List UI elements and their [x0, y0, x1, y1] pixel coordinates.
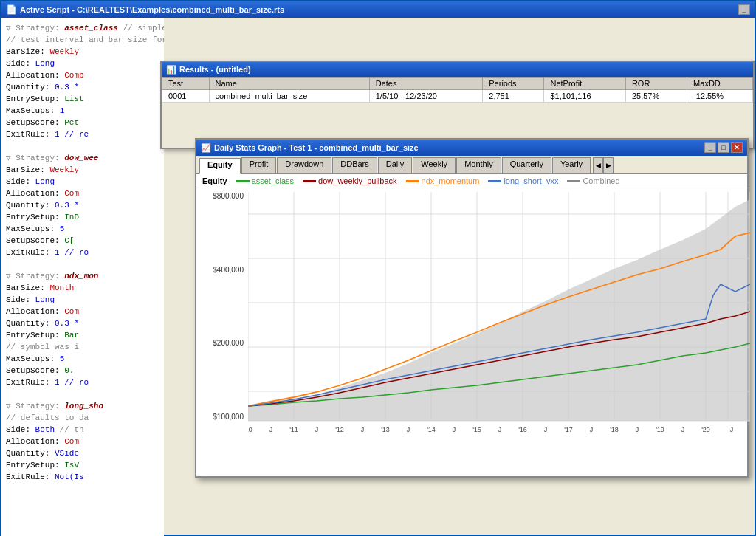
col-name: Name: [209, 78, 369, 90]
code-line: MaxSetups: 1: [6, 105, 159, 117]
code-line: ▽ Strategy: ndx_mon: [6, 270, 159, 282]
svg-text:J: J: [636, 426, 639, 433]
legend-name-long-short: long_short_vxx: [504, 176, 558, 185]
svg-text:'13: '13: [381, 426, 390, 433]
tab-quarterly[interactable]: Quarterly: [502, 157, 551, 173]
code-line: Side: Long: [6, 176, 159, 188]
legend-ndx: ndx_momentum: [406, 176, 480, 185]
legend-long-short: long_short_vxx: [488, 176, 558, 185]
graph-icon: 📈: [201, 143, 211, 153]
cell-maxdd: -12.55%: [687, 90, 753, 103]
code-line: EntrySetup: Bar: [6, 329, 159, 341]
graph-titlebar: 📈 Daily Stats Graph - Test 1 - combined_…: [196, 140, 747, 156]
cell-name: combined_multi_bar_size: [209, 90, 369, 103]
svg-text:'20: '20: [701, 426, 710, 433]
tab-daily[interactable]: Daily: [378, 157, 412, 173]
legend-color-long-short: [488, 180, 501, 182]
code-line: ▽ Strategy: dow_wee: [6, 152, 159, 164]
tab-drawdown[interactable]: Drawdown: [277, 157, 331, 173]
minimize-button[interactable]: _: [738, 4, 750, 15]
code-line: ExitRule: Not(Is: [6, 471, 159, 483]
chart-area: '10 J '11 J '12 J '13 J '14 J '15 J '16 …: [196, 188, 747, 450]
svg-text:J: J: [361, 426, 365, 433]
results-title: Results - (untitled): [179, 65, 251, 74]
svg-text:'15: '15: [472, 426, 481, 433]
tab-nav-arrows: ◀ ▶: [593, 157, 614, 173]
app-icon: 📄: [6, 4, 17, 15]
code-line: Allocation: Com: [6, 188, 159, 199]
code-line: SetupScore: C[: [6, 235, 159, 247]
y-axis-labels: $800,000 $400,000 $200,000 $100,000: [196, 192, 247, 421]
legend-label: Equity: [202, 176, 227, 185]
tab-bar: Equity Profit Drawdown DDBars Daily Week…: [196, 156, 747, 174]
code-line: Allocation: Com: [6, 306, 159, 317]
results-icon: 📊: [166, 65, 176, 75]
tab-weekly[interactable]: Weekly: [413, 157, 456, 173]
code-editor[interactable]: ▽ Strategy: asset_class // simple weekly…: [1, 18, 164, 536]
cell-netprofit: $1,101,116: [544, 90, 625, 103]
code-line: Allocation: Com: [6, 436, 159, 447]
legend-dow: dow_weekly_pullback: [303, 176, 396, 185]
code-line: Allocation: Comb: [6, 69, 159, 81]
code-line: Quantity: 0.3 *: [6, 199, 159, 211]
legend-name-asset-class: asset_class: [252, 176, 294, 185]
col-dates: Dates: [369, 78, 483, 90]
code-line: EntrySetup: IsV: [6, 459, 159, 471]
chart-svg: '10 J '11 J '12 J '13 J '14 J '15 J '16 …: [248, 192, 750, 436]
svg-text:'16: '16: [518, 426, 527, 433]
code-line: Quantity: 0.3 *: [6, 81, 159, 93]
legend-asset-class: asset_class: [236, 176, 294, 185]
graph-minimize-button[interactable]: _: [704, 142, 716, 153]
code-line: // symbol was i: [6, 341, 159, 353]
code-line: EntrySetup: List: [6, 93, 159, 105]
code-line: Side: Long: [6, 294, 159, 306]
legend-color-combined: [567, 180, 580, 182]
code-line: SetupScore: Pct: [6, 117, 159, 128]
tab-nav-left[interactable]: ◀: [593, 157, 603, 173]
svg-text:J: J: [730, 426, 734, 433]
tab-nav-right[interactable]: ▶: [603, 157, 614, 173]
code-line: BarSize: Weekly: [6, 164, 159, 176]
svg-text:J: J: [407, 426, 410, 433]
results-titlebar: 📊 Results - (untitled): [162, 62, 753, 77]
tab-ddbars[interactable]: DDBars: [332, 157, 377, 173]
code-line: Quantity: VSide: [6, 447, 159, 459]
col-periods: Periods: [483, 78, 544, 90]
col-test: Test: [162, 78, 210, 90]
graph-window: 📈 Daily Stats Graph - Test 1 - combined_…: [195, 138, 749, 478]
main-window: 📄 Active Script - C:\REALTEST\Examples\c…: [0, 0, 756, 536]
results-table: Test Name Dates Periods NetProfit ROR Ma…: [162, 77, 753, 103]
col-maxdd: MaxDD: [687, 78, 753, 90]
y-label-400k: $400,000: [196, 266, 244, 274]
svg-text:J: J: [315, 426, 319, 433]
code-line: SetupScore: 0.: [6, 365, 159, 377]
y-label-800k: $800,000: [196, 192, 244, 200]
graph-title: Daily Stats Graph - Test 1 - combined_mu…: [214, 143, 703, 152]
svg-text:J: J: [269, 426, 273, 433]
svg-text:J: J: [498, 426, 502, 433]
svg-text:'17: '17: [564, 426, 573, 433]
y-label-100k: $100,000: [196, 413, 244, 421]
code-line: [6, 388, 159, 400]
tab-equity[interactable]: Equity: [199, 158, 241, 174]
code-line: ▽ Strategy: long_sho: [6, 400, 159, 412]
main-title: Active Script - C:\REALTEST\Examples\com…: [20, 5, 737, 14]
tab-monthly[interactable]: Monthly: [456, 157, 501, 173]
graph-close-button[interactable]: ✕: [731, 142, 743, 153]
graph-restore-button[interactable]: □: [718, 142, 729, 153]
legend-color-asset-class: [236, 180, 250, 182]
tab-yearly[interactable]: Yearly: [552, 157, 591, 173]
y-label-200k: $200,000: [196, 339, 244, 347]
code-line: ExitRule: 1 // re: [6, 128, 159, 140]
col-ror: ROR: [625, 78, 687, 90]
code-line: MaxSetups: 5: [6, 223, 159, 235]
cell-periods: 2,751: [483, 90, 544, 103]
table-row: 0001 combined_multi_bar_size 1/5/10 - 12…: [162, 90, 753, 103]
code-line: MaxSetups: 5: [6, 353, 159, 365]
svg-text:J: J: [544, 426, 548, 433]
svg-text:'10: '10: [248, 426, 252, 433]
main-titlebar: 📄 Active Script - C:\REALTEST\Examples\c…: [1, 1, 755, 18]
svg-text:J: J: [681, 426, 685, 433]
svg-marker-19: [248, 199, 750, 421]
tab-profit[interactable]: Profit: [241, 157, 277, 173]
